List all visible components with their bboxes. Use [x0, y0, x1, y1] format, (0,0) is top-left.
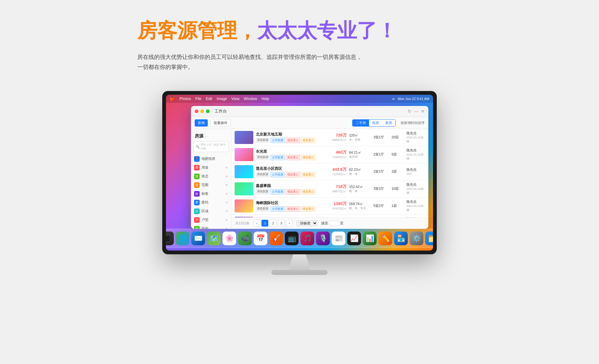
tag-system: 系统新源 — [256, 155, 270, 160]
refresh-icon[interactable]: ↻ — [408, 109, 412, 114]
dock-maps[interactable]: 🗺️ — [207, 232, 221, 245]
property-thumbnail — [235, 199, 253, 213]
tag-icon: 标 — [194, 191, 200, 197]
property-agent: 陈先生 2021-01-21挂牌 — [407, 182, 425, 195]
property-area: 62.23㎡ 楼、南 — [349, 167, 371, 176]
dock-music[interactable]: 🎵 — [300, 232, 314, 245]
window-title: 工作台 — [215, 108, 227, 114]
entrust-icon: 委 — [194, 200, 200, 205]
dock-safari[interactable]: 🌐 — [176, 232, 189, 245]
menu-photos[interactable]: Photos — [179, 97, 191, 101]
dock-facetime[interactable]: 📹 — [238, 232, 252, 245]
area-direction: 东、东南 — [349, 138, 371, 142]
dock-systemprefs[interactable]: ⚙️ — [410, 232, 423, 245]
dock-numbers[interactable]: 📊 — [363, 232, 377, 245]
chevron-down-icon-4: ▼ — [225, 192, 228, 195]
sidebar-item-size[interactable]: 面 面积 ▼ — [191, 224, 231, 229]
sidebar-item-entrust[interactable]: 委 委托 ▼ — [191, 198, 231, 207]
minus-icon[interactable]: — — [414, 109, 418, 114]
menu-view[interactable]: View — [231, 97, 240, 101]
page-3-button[interactable]: 3 — [278, 220, 285, 227]
size-icon: 面 — [194, 226, 200, 229]
minimize-button[interactable] — [200, 109, 204, 113]
menu-file[interactable]: File — [195, 97, 201, 101]
pagination-total: 共1322条 — [235, 221, 250, 226]
agent-name: 陈先生 — [407, 182, 425, 187]
chevron-down-icon: ▼ — [225, 166, 228, 169]
main-title: 房客源管理，太太太专业了！ — [137, 19, 462, 43]
dock-pages[interactable]: ✏️ — [378, 232, 392, 245]
page-size-select[interactable]: 10条/页 20条/页 50条/页 — [296, 220, 318, 226]
topbar-wifi-icon: ▪▪ — [392, 97, 395, 101]
dock-stocks[interactable]: 📈 — [347, 232, 361, 245]
sidebar-item-map[interactable]: 📍 地图找房 — [191, 155, 231, 163]
dock-appletv[interactable]: 📺 — [285, 232, 299, 245]
sidebar-item-usage[interactable]: 用 用途 ▼ — [191, 163, 231, 172]
sidebar-item-status[interactable]: 状 状态 ▼ — [191, 172, 231, 181]
subtitle-line2: 一切都在你的掌握中。 — [137, 64, 193, 70]
close-button[interactable] — [195, 109, 198, 113]
sidebar-search[interactable]: 🔍 搜索小区, 地道 编号 码数 — [193, 141, 229, 152]
bulk-operation-button[interactable]: 批量操作 — [210, 119, 231, 127]
dock-mail[interactable]: ✉️ — [191, 232, 205, 245]
add-button[interactable]: 新增 — [195, 119, 208, 127]
sidebar-label-status: 状态 — [202, 174, 223, 179]
title-part-orange: 房客源管理， — [137, 19, 257, 42]
dock-appstore[interactable]: 🏪 — [394, 232, 408, 245]
menu-image[interactable]: Image — [217, 97, 227, 101]
dock-news[interactable]: 📰 — [332, 232, 345, 245]
dock-launchpad[interactable]: ⊞ — [166, 232, 174, 245]
property-row[interactable]: 衣光里 系统新源 公司套源 楼盘重点 楼盘重点 — [231, 146, 428, 163]
property-row[interactable]: 北京新天地五期 系统新源 公司套源 楼盘重点 楼盘重点 — [231, 129, 428, 146]
sidebar-item-tag[interactable]: 标 标签 ▼ — [191, 189, 231, 198]
property-thumbnail — [235, 131, 253, 144]
dock-photos[interactable]: 🌸 — [222, 232, 236, 245]
sidebar-item-area[interactable]: 区 区域 ▼ — [191, 207, 231, 216]
tab-secondhand[interactable]: 二手房 — [353, 120, 369, 126]
menu-help[interactable]: Help — [261, 97, 269, 101]
dock-garageband[interactable]: 🎸 — [269, 232, 283, 245]
property-row[interactable]: 莲岳里小区西区 系统新源 公司套源 楼盘重点 楼盘重点 — [231, 163, 428, 180]
sidebar-item-range[interactable]: 范 范围 ▼ — [191, 181, 231, 189]
property-agent: 陈先生 2021-01-21挂牌 — [407, 148, 425, 161]
property-list: 北京新天地五期 系统新源 公司套源 楼盘重点 楼盘重点 — [231, 129, 428, 218]
sort-button[interactable]: 按新增时间排序 — [401, 121, 425, 125]
menu-window[interactable]: Window — [244, 97, 257, 101]
sidebar-label-map: 地图找房 — [202, 156, 228, 161]
property-rooms: 3室1厅 — [373, 135, 389, 140]
pagination-bar: 共1322条 ‹ 1 2 3 › 10条/页 20条/页 50条/页 — [231, 218, 428, 229]
jump-label: 跳至 — [321, 221, 328, 226]
topbar-right: ▪▪ Mon Jun 22 9:41 AM — [392, 97, 429, 101]
property-price: 443.6万 71294元/㎡ — [325, 167, 347, 176]
app-window: 工作台 ↻ — ✕ 新增 批量操作 二手房 租房 — [191, 106, 428, 229]
subtitle: 房在线的强大优势让你和你的员工可以轻易地查找、追踪并管理你所需的一切房客源信息，… — [137, 52, 462, 72]
dock-podcasts[interactable]: 🎙️ — [316, 232, 330, 245]
map-icon: 📍 — [194, 156, 200, 162]
property-floor: 20层 — [392, 135, 404, 140]
close-icon[interactable]: ✕ — [421, 109, 425, 114]
page-next-button[interactable]: › — [286, 220, 293, 227]
dock-files[interactable]: 🗂️ — [425, 232, 433, 245]
chevron-down-icon-3: ▼ — [225, 184, 228, 187]
sidebar-item-layout[interactable]: 户 户型 ▼ — [191, 216, 231, 224]
page-prev-button[interactable]: ‹ — [253, 220, 260, 227]
price-value: 443.6万 — [325, 167, 347, 172]
search-icon: 🔍 — [196, 145, 199, 148]
tab-rental[interactable]: 租房 — [369, 120, 382, 126]
property-area: 269.74㎡ 楼、东、东北 — [349, 202, 371, 210]
property-row[interactable]: 万象里 系统新源 公司套源 楼盘重点 楼盘重点 — [231, 215, 428, 218]
tab-new[interactable]: 新房 — [382, 120, 395, 126]
page-1-button[interactable]: 1 — [261, 220, 268, 227]
maximize-button[interactable] — [206, 109, 210, 113]
dock-calendar[interactable]: 📅 — [254, 232, 267, 245]
page-2-button[interactable]: 2 — [270, 220, 276, 227]
property-row[interactable]: 嘉盛事园 系统新源 公司套源 楼盘重点 楼盘重点 — [231, 180, 428, 198]
property-row[interactable]: 海峡国际社区 系统新源 公司套源 楼盘重点 楼盘重点 — [231, 198, 428, 215]
range-icon: 范 — [194, 182, 200, 188]
sidebar-label-range: 范围 — [202, 183, 223, 187]
tag-key2: 楼盘重点 — [301, 206, 315, 212]
sidebar-label-entrust: 委托 — [202, 200, 223, 205]
menu-edit[interactable]: Edit — [206, 97, 212, 101]
sidebar-label-area: 区域 — [202, 209, 223, 213]
jump-input[interactable] — [329, 221, 339, 226]
